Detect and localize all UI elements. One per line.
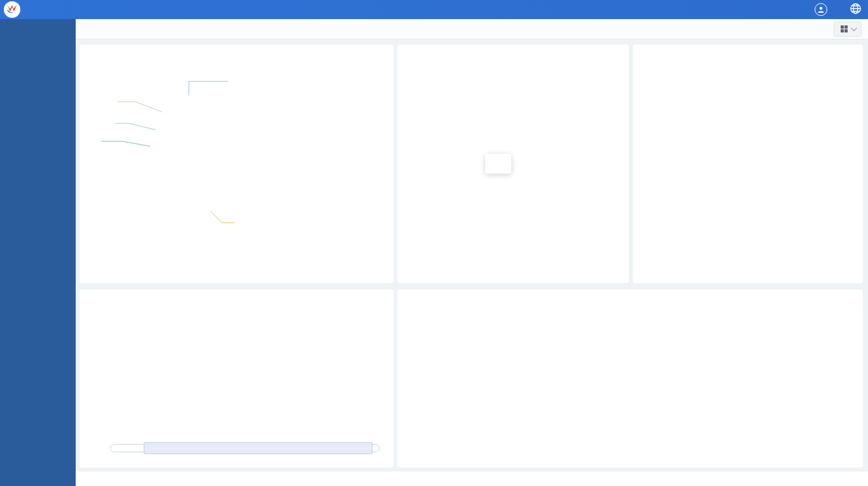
language-globe-icon[interactable] bbox=[850, 3, 862, 17]
copyright-footer bbox=[76, 471, 868, 486]
leader-lines bbox=[79, 45, 394, 283]
app-logo-icon bbox=[4, 1, 20, 18]
chart-tooltip bbox=[485, 154, 511, 174]
history-stacked-chart bbox=[397, 289, 863, 468]
donut bbox=[130, 94, 252, 216]
panel-work-order-type bbox=[397, 45, 629, 283]
panel-timeliness-rate bbox=[633, 45, 863, 283]
chevron-down-icon bbox=[850, 25, 857, 31]
grid-icon bbox=[841, 25, 848, 32]
dashboard bbox=[76, 39, 868, 471]
layout-switcher-button[interactable] bbox=[834, 22, 862, 37]
app-header bbox=[0, 0, 868, 19]
avatar-icon bbox=[815, 3, 827, 16]
panel-work-order-disposal bbox=[79, 289, 394, 468]
rate-gauges bbox=[633, 45, 863, 283]
sidebar bbox=[0, 19, 76, 486]
panel-history bbox=[397, 289, 863, 468]
source-donut-chart bbox=[79, 45, 394, 283]
datazoom-slider[interactable] bbox=[110, 444, 380, 452]
datazoom-selection[interactable] bbox=[144, 442, 373, 454]
tooltip-series-dot bbox=[493, 162, 499, 168]
tab-bar bbox=[76, 19, 868, 39]
disposal-bar-chart bbox=[79, 289, 394, 468]
panel-work-order-source bbox=[79, 45, 394, 283]
user-menu[interactable] bbox=[815, 3, 830, 16]
type-bar-chart bbox=[397, 45, 629, 283]
